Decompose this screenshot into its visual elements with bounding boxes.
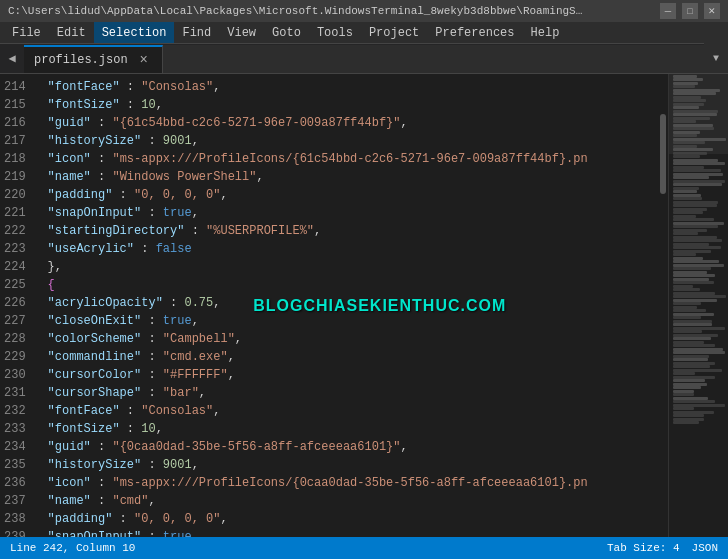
file-type[interactable]: JSON xyxy=(692,542,718,554)
line-number: 221 xyxy=(4,204,32,222)
code-line: "cursorShape" : "bar", xyxy=(40,384,658,402)
menu-item-find[interactable]: Find xyxy=(174,22,219,43)
minimap-line xyxy=(673,260,719,263)
minimap-line xyxy=(673,400,715,403)
tab-empty-space xyxy=(163,45,704,73)
minimap-line xyxy=(673,393,694,396)
minimap-line xyxy=(673,316,701,319)
code-line: "startingDirectory" : "%USERPROFILE%", xyxy=(40,222,658,240)
token-string: "ms-appx:///ProfileIcons/{61c54bbd-c2c6-… xyxy=(112,152,587,166)
menu-item-tools[interactable]: Tools xyxy=(309,22,361,43)
minimap-line xyxy=(673,295,726,298)
token-key: "fontFace" xyxy=(48,80,120,94)
code-line: "icon" : "ms-appx:///ProfileIcons/{0caa0… xyxy=(40,474,658,492)
token-bool: true xyxy=(163,530,192,537)
code-line: "commandline" : "cmd.exe", xyxy=(40,348,658,366)
minimap-line xyxy=(673,407,694,410)
token-bool: true xyxy=(163,314,192,328)
menu-item-view[interactable]: View xyxy=(219,22,264,43)
token-key: "snapOnInput" xyxy=(48,530,142,537)
token-punct: , xyxy=(192,458,199,472)
token-string: "%USERPROFILE%" xyxy=(206,224,314,238)
minimap-line xyxy=(673,225,718,228)
token-punct: , xyxy=(213,80,220,94)
minimap-line xyxy=(673,218,714,221)
minimap-line xyxy=(673,323,712,326)
token-punct: : xyxy=(141,134,163,148)
minimap-line xyxy=(673,197,702,200)
tab-dropdown-arrow[interactable]: ▼ xyxy=(704,43,728,73)
tab-close-button[interactable]: × xyxy=(136,52,152,68)
minimap-line xyxy=(673,169,721,172)
token-punct: , xyxy=(228,368,235,382)
minimap-line xyxy=(673,372,695,375)
token-string: "bar" xyxy=(163,386,199,400)
minimap-line xyxy=(673,190,697,193)
line-number: 214 xyxy=(4,78,32,96)
line-number: 239 xyxy=(4,528,32,537)
token-string: "Consolas" xyxy=(141,80,213,94)
minimap-line xyxy=(673,155,700,158)
maximize-button[interactable]: □ xyxy=(682,3,698,19)
line-number: 235 xyxy=(4,456,32,474)
tab-profiles-json[interactable]: profiles.json × xyxy=(24,45,163,73)
token-punct: , xyxy=(156,422,163,436)
code-line: "acrylicOpacity" : 0.75, xyxy=(40,294,658,312)
token-string: "cmd" xyxy=(112,494,148,508)
token-punct: , xyxy=(192,206,199,220)
menu-item-preferences[interactable]: Preferences xyxy=(427,22,522,43)
cursor-position[interactable]: Line 242, Column 10 xyxy=(10,542,135,554)
menu-item-file[interactable]: File xyxy=(4,22,49,43)
minimap-line xyxy=(673,302,701,305)
line-number: 238 xyxy=(4,510,32,528)
code-line: "historySize" : 9001, xyxy=(40,132,658,150)
line-number: 222 xyxy=(4,222,32,240)
tab-scroll-left[interactable]: ◀ xyxy=(0,43,24,73)
token-punct: : xyxy=(141,530,163,537)
minimap-line xyxy=(673,358,708,361)
token-bool: true xyxy=(163,206,192,220)
token-punct: : xyxy=(120,80,142,94)
minimize-button[interactable]: ─ xyxy=(660,3,676,19)
menu-item-edit[interactable]: Edit xyxy=(49,22,94,43)
close-window-button[interactable]: ✕ xyxy=(704,3,720,19)
token-punct: , xyxy=(228,350,235,364)
line-number: 236 xyxy=(4,474,32,492)
token-number: 0.75 xyxy=(184,296,213,310)
vertical-scrollbar[interactable] xyxy=(658,74,668,537)
line-number: 219 xyxy=(4,168,32,186)
line-numbers: 2142152162172182192202212222232242252262… xyxy=(0,74,40,537)
menu-item-goto[interactable]: Goto xyxy=(264,22,309,43)
tab-filename: profiles.json xyxy=(34,53,128,67)
token-number: 10 xyxy=(141,98,155,112)
token-string: "0, 0, 0, 0" xyxy=(134,188,220,202)
line-number: 215 xyxy=(4,96,32,114)
minimap-line xyxy=(673,379,705,382)
token-punct: : xyxy=(91,494,113,508)
scrollbar-thumb[interactable] xyxy=(660,114,666,194)
status-bar: Line 242, Column 10 Tab Size: 4 JSON xyxy=(0,537,728,559)
token-key: "startingDirectory" xyxy=(48,224,185,238)
code-line: "snapOnInput" : true, xyxy=(40,528,658,537)
tab-size[interactable]: Tab Size: 4 xyxy=(607,542,680,554)
line-number: 225 xyxy=(4,276,32,294)
token-key: "closeOnExit" xyxy=(48,314,142,328)
token-key: "colorScheme" xyxy=(48,332,142,346)
minimap-highlight xyxy=(669,74,728,154)
menu-item-project[interactable]: Project xyxy=(361,22,427,43)
token-punct: : xyxy=(141,206,163,220)
code-line: "historySize" : 9001, xyxy=(40,456,658,474)
token-punct: : xyxy=(91,152,113,166)
line-number: 234 xyxy=(4,438,32,456)
token-key: "historySize" xyxy=(48,458,142,472)
code-editor[interactable]: BLOGCHIASEKIENTHUC.COM "fontFace" : "Con… xyxy=(40,74,658,537)
token-punct: : xyxy=(120,404,142,418)
minimap-line xyxy=(673,351,725,354)
menu-item-help[interactable]: Help xyxy=(523,22,568,43)
line-number: 237 xyxy=(4,492,32,510)
code-line: "closeOnExit" : true, xyxy=(40,312,658,330)
token-punct: , xyxy=(235,332,242,346)
code-line: "fontSize" : 10, xyxy=(40,420,658,438)
menu-item-selection[interactable]: Selection xyxy=(94,22,175,43)
token-key: "useAcrylic" xyxy=(48,242,134,256)
